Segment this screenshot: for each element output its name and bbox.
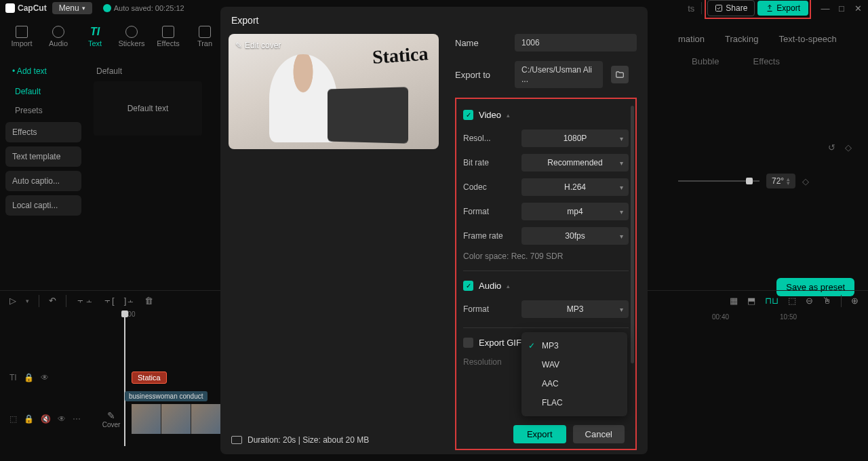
magnet-icon[interactable]: ⊓⊔ (765, 296, 778, 306)
tab-effects[interactable]: Effects (152, 23, 184, 50)
eye-icon[interactable]: 👁 (41, 373, 49, 382)
text-nav-effects[interactable]: Effects (5, 122, 81, 142)
eye-icon-2[interactable]: 👁 (58, 414, 66, 424)
lock-icon[interactable]: 🔒 (24, 373, 34, 382)
tool-icon-1[interactable]: ▦ (730, 296, 738, 306)
undo-button[interactable]: ↶ (49, 296, 56, 306)
resolution-dropdown[interactable]: 1080P (521, 129, 629, 147)
lock-icon-2[interactable]: 🔒 (24, 414, 34, 424)
check-icon (103, 4, 111, 12)
name-input[interactable]: 1006 (515, 34, 637, 52)
default-text-preview[interactable]: Default text (94, 81, 202, 136)
zoom-in-icon[interactable]: ⊕ (851, 296, 859, 306)
share-button[interactable]: Share (707, 0, 755, 16)
diamond-icon[interactable]: ◇ (845, 142, 852, 153)
video-clip-label[interactable]: businesswoman conduct (125, 391, 208, 401)
app-name: CapCut (18, 3, 47, 13)
option-flac[interactable]: FLAC (521, 393, 627, 412)
fps-dropdown[interactable]: 30fps (521, 227, 629, 245)
scrollbar[interactable] (631, 106, 634, 363)
text-nav-presets[interactable]: Presets (5, 103, 81, 118)
cover-text-overlay: Statica (372, 43, 429, 68)
split-left-icon[interactable]: ⫟[ (103, 296, 115, 306)
cover-button[interactable]: ✎ Cover (98, 410, 125, 428)
svg-rect-0 (716, 5, 722, 12)
delete-icon[interactable]: 🗑 (144, 296, 153, 306)
text-track-icon: TI (9, 373, 17, 382)
angle-input[interactable]: 72°▴▾ (766, 174, 795, 188)
split-right-icon[interactable]: ]⫠ (124, 296, 136, 306)
folder-icon (615, 70, 625, 79)
resolution-label: Resol... (463, 134, 521, 143)
right-tab-tts[interactable]: Text-to-speech (778, 34, 836, 44)
maximize-button[interactable]: □ (837, 3, 846, 14)
browse-folder-button[interactable] (611, 66, 629, 83)
minimize-button[interactable]: — (821, 3, 830, 14)
right-tab-tracking[interactable]: Tracking (725, 34, 758, 44)
video-section-label: Video (479, 110, 501, 120)
split-icon[interactable]: ⫟⫠ (76, 296, 94, 306)
collapse-icon[interactable]: ▴ (507, 112, 510, 119)
ruler-mark-50: 10:50 (780, 313, 797, 321)
collapse-icon-audio[interactable]: ▴ (507, 283, 510, 289)
undo-icon[interactable]: ↺ (828, 142, 835, 153)
right-sub-bubble[interactable]: Bubble (692, 56, 719, 66)
video-checkbox[interactable]: ✓ (463, 110, 473, 120)
gif-checkbox[interactable] (463, 338, 473, 348)
tab-audio[interactable]: Audio (42, 23, 75, 50)
text-nav-default[interactable]: Default (5, 84, 81, 99)
audio-icon (52, 26, 64, 38)
audio-section-label: Audio (479, 281, 501, 291)
name-label: Name (455, 38, 507, 48)
menu-button[interactable]: Menu▾ (52, 2, 92, 14)
angle-slider[interactable] (678, 180, 760, 182)
highlight-export-settings: ✓ Video ▴ Resol...1080P Bit rateRecommen… (455, 98, 637, 450)
gif-section-label: Export GIF (479, 338, 521, 348)
fps-label: Frame rate (463, 231, 521, 241)
text-nav-template[interactable]: Text template (5, 146, 81, 167)
highlight-share-export: Share Export (705, 0, 811, 19)
tab-import[interactable]: Import (5, 23, 38, 50)
text-nav-auto-captions[interactable]: Auto captio... (5, 171, 81, 191)
pencil-icon: ✎ (235, 41, 242, 50)
auto-saved-status: Auto saved: 00:25:12 (103, 4, 184, 12)
bitrate-label: Bit rate (463, 158, 521, 167)
mute-icon[interactable]: 🔇 (41, 414, 51, 424)
text-nav-local-captions[interactable]: Local capti... (5, 195, 81, 216)
gif-resolution-label: Resolution (463, 357, 521, 367)
tab-transitions[interactable]: Tran (189, 23, 221, 50)
export-confirm-button[interactable]: Export (513, 425, 566, 443)
keyframe-icon[interactable]: ◇ (802, 176, 809, 186)
text-clip[interactable]: Statica (132, 372, 167, 384)
cancel-button[interactable]: Cancel (573, 425, 625, 443)
zoom-out-icon[interactable]: ⊖ (806, 296, 813, 306)
audio-format-dropdown[interactable]: MP3 (521, 300, 629, 318)
tool-icon-2[interactable]: ⬚ (788, 296, 796, 306)
export-button-top[interactable]: Export (757, 1, 808, 16)
cover-preview[interactable]: ✎ Edit cover Statica (229, 34, 439, 149)
export-modal: Export ✎ Edit cover Statica Name 1006 Ex… (220, 7, 648, 454)
mouse-icon[interactable]: 🖱 (823, 296, 831, 306)
right-tab-animation[interactable]: mation (678, 34, 705, 44)
option-wav[interactable]: WAV (521, 355, 627, 374)
option-aac[interactable]: AAC (521, 374, 627, 393)
audio-format-options: MP3 WAV AAC FLAC (521, 332, 627, 416)
modal-title: Export (220, 7, 648, 34)
text-icon: TI (90, 26, 100, 38)
link-icon[interactable]: ⬒ (747, 296, 755, 306)
option-mp3[interactable]: MP3 (521, 336, 627, 355)
pointer-tool[interactable]: ▷ (9, 296, 16, 306)
audio-checkbox[interactable]: ✓ (463, 281, 473, 291)
codec-dropdown[interactable]: H.264 (521, 178, 629, 196)
video-track-icon: ⬚ (9, 414, 17, 424)
video-clip-thumbs[interactable] (132, 404, 221, 434)
tab-stickers[interactable]: Stickers (115, 23, 148, 50)
add-text-button[interactable]: • Add text (5, 62, 81, 80)
tab-text[interactable]: TIText (79, 23, 111, 50)
right-sub-effects[interactable]: Effects (753, 56, 780, 66)
close-button[interactable]: ✕ (853, 3, 863, 14)
edit-cover-button[interactable]: ✎ Edit cover (235, 41, 281, 50)
video-format-dropdown[interactable]: mp4 (521, 203, 629, 220)
color-space-note: Color space: Rec. 709 SDR (463, 252, 629, 261)
bitrate-dropdown[interactable]: Recommended (521, 154, 629, 172)
